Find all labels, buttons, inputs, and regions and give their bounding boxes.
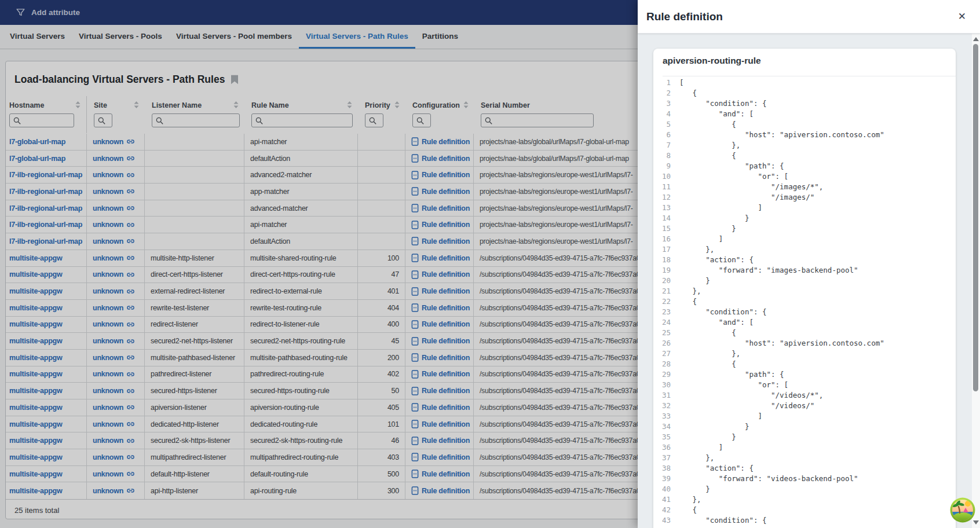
code-line: 20 }: [658, 276, 956, 286]
line-content: {: [679, 119, 736, 130]
line-number: 33: [658, 411, 671, 421]
line-number: 19: [658, 265, 671, 276]
line-number: 18: [658, 255, 671, 265]
line-content: }: [679, 223, 736, 234]
line-content: "host": "apiversion.contoso.com": [679, 130, 884, 140]
line-content: {: [679, 151, 736, 161]
code-line: 40 }: [658, 484, 956, 494]
code-line: 39 "forward": "videos-backend-pool": [658, 474, 956, 484]
line-number: 4: [658, 109, 671, 119]
line-content: "condition": {: [679, 515, 767, 526]
code-line: 17 },: [658, 244, 956, 255]
line-number: 23: [658, 307, 671, 317]
code-line: 27 },: [658, 349, 956, 359]
code-line: 7 },: [658, 140, 956, 151]
line-number: 16: [658, 234, 671, 244]
line-number: 2: [658, 88, 671, 98]
line-content: "or": [: [679, 380, 788, 390]
code-line: 16 ]: [658, 234, 956, 244]
code-line: 24 "and": [: [658, 317, 956, 328]
island-badge-icon[interactable]: [950, 497, 975, 523]
line-number: 22: [658, 296, 671, 307]
line-number: 5: [658, 119, 671, 130]
line-content: {: [679, 328, 736, 338]
line-content: }: [679, 213, 749, 223]
code-line: 3 "condition": {: [658, 98, 956, 109]
app-window: Add attribute Virtual ServersVirtual Ser…: [0, 0, 980, 528]
line-number: 36: [658, 442, 671, 453]
code-line: 19 "forward": "images-backend-pool": [658, 265, 956, 276]
line-number: 26: [658, 338, 671, 349]
line-number: 20: [658, 276, 671, 286]
drawer-title: Rule definition: [646, 10, 723, 23]
line-number: 13: [658, 203, 671, 213]
rule-name-title: apiversion-routing-rule: [663, 56, 956, 76]
line-content: {: [679, 359, 736, 369]
line-content: "host": "apiversion.contoso.com": [679, 338, 884, 349]
line-content: "path": {: [679, 161, 784, 171]
code-line: 6 "host": "apiversion.contoso.com": [658, 130, 956, 140]
code-line: 34 }: [658, 421, 956, 432]
code-line: 32 "/videos/": [658, 401, 956, 411]
line-content: "and": [: [679, 317, 754, 328]
code-line: 41 },: [658, 494, 956, 505]
line-number: 39: [658, 474, 671, 484]
scroll-up-arrow-icon[interactable]: [973, 37, 979, 41]
line-number: 28: [658, 359, 671, 369]
line-number: 38: [658, 463, 671, 474]
json-code-block: 1 [ 2 { 3 "condition": { 4 "and": [ 5 { …: [658, 78, 956, 526]
line-content: },: [679, 494, 701, 505]
line-content: "action": {: [679, 463, 754, 474]
code-line: 18 "action": {: [658, 255, 956, 265]
code-line: 31 "/videos/*",: [658, 390, 956, 401]
code-line: 25 {: [658, 328, 956, 338]
code-line: 14 }: [658, 213, 956, 223]
line-number: 24: [658, 317, 671, 328]
line-content: "forward": "images-backend-pool": [679, 265, 858, 276]
code-line: 2 {: [658, 88, 956, 98]
line-number: 1: [658, 78, 671, 88]
line-number: 27: [658, 349, 671, 359]
drawer-scrollbar[interactable]: [972, 34, 980, 528]
code-line: 10 "or": [: [658, 171, 956, 182]
line-content: }: [679, 276, 710, 286]
close-icon[interactable]: ✕: [956, 9, 968, 24]
code-line: 15 }: [658, 223, 956, 234]
line-content: "or": [: [679, 171, 788, 182]
code-line: 9 "path": {: [658, 161, 956, 171]
code-line: 21 },: [658, 286, 956, 296]
line-number: 12: [658, 192, 671, 203]
line-content: "/images/*",: [679, 182, 823, 192]
line-number: 11: [658, 182, 671, 192]
line-content: ]: [679, 442, 723, 453]
line-content: ]: [679, 203, 762, 213]
line-number: 25: [658, 328, 671, 338]
code-line: 13 ]: [658, 203, 956, 213]
line-content: "/videos/": [679, 401, 814, 411]
line-content: ]: [679, 411, 762, 421]
line-number: 30: [658, 380, 671, 390]
line-content: },: [679, 349, 740, 359]
line-content: }: [679, 432, 736, 442]
line-content: }: [679, 421, 749, 432]
code-line: 8 {: [658, 151, 956, 161]
code-line: 30 "or": [: [658, 380, 956, 390]
line-number: 6: [658, 130, 671, 140]
line-content: "path": {: [679, 369, 784, 380]
line-number: 31: [658, 390, 671, 401]
code-line: 12 "/images/": [658, 192, 956, 203]
line-number: 3: [658, 98, 671, 109]
line-content: [: [679, 78, 684, 88]
line-content: "/images/": [679, 192, 814, 203]
line-content: },: [679, 140, 740, 151]
line-content: "/videos/*",: [679, 390, 823, 401]
code-line: 5 {: [658, 119, 956, 130]
line-content: "action": {: [679, 255, 754, 265]
line-number: 8: [658, 151, 671, 161]
rule-definition-drawer: Rule definition ✕ apiversion-routing-rul…: [638, 0, 980, 528]
line-content: {: [679, 505, 697, 515]
scrollbar-thumb[interactable]: [973, 44, 978, 391]
line-content: },: [679, 286, 701, 296]
line-number: 35: [658, 432, 671, 442]
line-number: 21: [658, 286, 671, 296]
